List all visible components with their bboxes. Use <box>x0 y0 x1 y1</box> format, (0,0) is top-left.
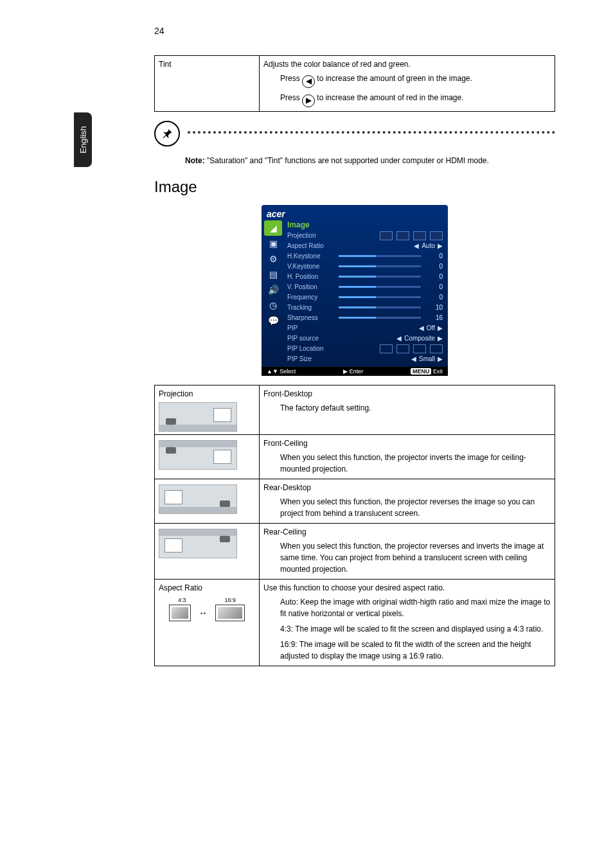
aspect-label: Aspect Ratio <box>159 583 202 592</box>
label-169: 16:9 <box>224 596 236 605</box>
projection-label: Projection <box>159 389 193 398</box>
tint-label: Tint <box>155 56 260 112</box>
osd-tab-lang-icon: 💬 <box>264 313 282 328</box>
box-169-icon <box>215 605 245 621</box>
aspect-43: 4:3: The image will be scaled to fit the… <box>263 621 551 636</box>
left-arrow-icon: ◀ <box>302 75 315 88</box>
rear-desktop-thumb-cell <box>155 479 260 523</box>
rear-desktop-cell: Rear-Desktop When you select this functi… <box>260 479 555 523</box>
rear-desktop-thumb <box>159 484 237 514</box>
front-ceiling-title: Front-Ceiling <box>263 438 551 449</box>
note-dots <box>188 131 555 134</box>
note-row <box>154 121 555 146</box>
note-bold: Note: <box>185 156 205 165</box>
tint-table: Tint Adjusts the color balance of red an… <box>154 55 555 112</box>
rear-ceiling-thumb-cell <box>155 523 260 579</box>
osd-brand: acer <box>267 209 285 219</box>
note-text: Note: "Saturation" and "Tint" functions … <box>154 155 555 166</box>
arrow-icon: ↔ <box>199 607 208 620</box>
front-ceiling-cell: Front-Ceiling When you select this funct… <box>260 434 555 479</box>
page-number: 24 <box>154 26 555 36</box>
front-desktop-title: Front-Desktop <box>263 388 551 400</box>
osd-screenshot: acer ◢ ▣ ⚙ ▤ 🔊 ◷ 💬 Image Projection <box>154 205 555 376</box>
front-ceiling-thumb <box>159 440 237 470</box>
aspect-intro: Use this function to choose your desired… <box>263 582 551 594</box>
osd-tab-setting-icon: ⚙ <box>264 251 282 267</box>
front-desktop-thumb <box>159 402 237 432</box>
aspect-auto: Auto: Keep the image with original width… <box>263 594 551 621</box>
rear-ceiling-desc: When you select this function, the proje… <box>263 538 551 576</box>
front-ceiling-thumb-cell <box>155 434 260 479</box>
note-icon <box>154 121 180 146</box>
osd-tab-color-icon: ◢ <box>264 220 282 236</box>
rear-desktop-title: Rear-Desktop <box>263 482 551 493</box>
section-title: Image <box>154 178 555 196</box>
pin-icon <box>161 127 173 140</box>
front-ceiling-desc: When you select this function, the proje… <box>263 449 551 476</box>
projection-label-cell: Projection <box>155 385 260 434</box>
image-settings-table: Projection Front-Desktop The factory def… <box>154 385 555 666</box>
osd-tab-audio-icon: 🔊 <box>264 282 282 297</box>
tint-desc: Adjusts the color balance of red and gre… <box>263 58 551 70</box>
rear-ceiling-title: Rear-Ceiling <box>263 526 551 538</box>
rear-ceiling-cell: Rear-Ceiling When you select this functi… <box>260 523 555 579</box>
osd-sidebar: ◢ ▣ ⚙ ▤ 🔊 ◷ 💬 <box>262 219 285 367</box>
osd-tab-timer-icon: ◷ <box>264 297 282 313</box>
label-43: 4:3 <box>178 596 186 605</box>
osd-title: Image <box>287 220 443 231</box>
front-desktop-cell: Front-Desktop The factory default settin… <box>260 385 555 434</box>
box-43-icon <box>169 605 191 621</box>
front-desktop-desc: The factory default setting. <box>263 400 551 415</box>
language-tab: English <box>74 112 92 167</box>
rear-ceiling-thumb <box>159 529 237 558</box>
aspect-label-cell: Aspect Ratio 4:3 16:9 ↔ <box>155 579 260 666</box>
right-arrow-icon: ▶ <box>302 94 315 107</box>
language-tab-label: English <box>78 126 88 154</box>
note-body: "Saturation" and "Tint" functions are no… <box>205 156 489 165</box>
osd-footer: ▲▼ Select ▶ Enter MENU Exit <box>262 367 448 376</box>
aspect-diagram: 4:3 16:9 ↔ <box>159 596 255 622</box>
rear-desktop-desc: When you select this function, the proje… <box>263 493 551 520</box>
aspect-desc-cell: Use this function to choose your desired… <box>260 579 555 666</box>
osd-tab-mgmt-icon: ▤ <box>264 267 282 282</box>
aspect-169: 16:9: The image will be scaled to fit th… <box>263 636 551 663</box>
tint-press-left: Press ◀ to increase the amount of green … <box>263 70 551 89</box>
osd-tab-image-icon: ▣ <box>264 236 282 251</box>
tint-cell: Adjusts the color balance of red and gre… <box>260 56 555 112</box>
tint-press-right: Press ▶ to increase the amount of red in… <box>263 89 551 109</box>
